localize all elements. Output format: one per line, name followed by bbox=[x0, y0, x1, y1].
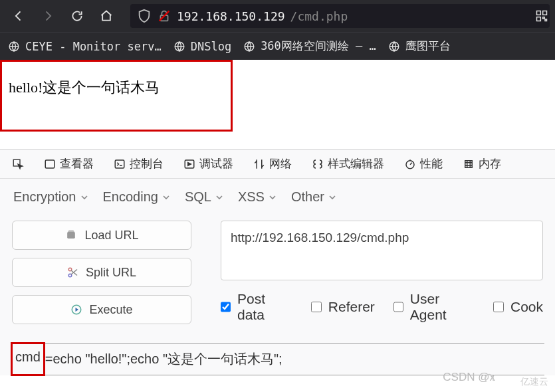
checkbox[interactable] bbox=[393, 302, 403, 312]
play-icon bbox=[70, 304, 82, 316]
tab-console[interactable]: 控制台 bbox=[106, 149, 171, 178]
svg-line-1 bbox=[160, 11, 169, 21]
hackbar-toolbar: Encryption Encoding SQL XSS Other bbox=[0, 179, 555, 215]
brand-watermark: 亿速云 bbox=[478, 369, 548, 388]
tab-memory[interactable]: 内存 bbox=[455, 149, 509, 178]
brand-label: 亿速云 bbox=[520, 376, 548, 387]
tab-performance[interactable]: 性能 bbox=[396, 149, 451, 178]
menu-label: Encoding bbox=[103, 189, 158, 205]
insecure-lock-icon bbox=[157, 9, 171, 23]
check-label: Cook bbox=[510, 299, 543, 315]
tab-label: 性能 bbox=[420, 156, 443, 171]
button-label: Execute bbox=[89, 303, 132, 317]
home-button[interactable] bbox=[93, 3, 120, 29]
forward-button[interactable] bbox=[35, 3, 61, 29]
browser-top-nav: 192.168.150.129/cmd.php bbox=[0, 0, 555, 32]
svg-rect-10 bbox=[45, 160, 55, 168]
menu-encryption[interactable]: Encryption bbox=[13, 189, 88, 205]
chevron-down-icon bbox=[80, 193, 88, 201]
svg-rect-15 bbox=[68, 232, 76, 239]
menu-label: Other bbox=[291, 189, 324, 205]
devtools-tab-bar: 查看器 控制台 调试器 网络 样式编辑器 性能 内存 bbox=[0, 149, 555, 179]
tab-network[interactable]: 网络 bbox=[245, 149, 300, 178]
tab-label: 控制台 bbox=[130, 156, 164, 171]
bookmarks-bar: CEYE - Monitor serv… DNSlog 360网络空间测绘 — … bbox=[0, 32, 555, 60]
url-input[interactable] bbox=[221, 221, 543, 280]
menu-xss[interactable]: XSS bbox=[238, 189, 277, 205]
checkbox[interactable] bbox=[221, 302, 231, 312]
menu-sql[interactable]: SQL bbox=[185, 189, 223, 205]
qr-icon[interactable] bbox=[535, 9, 548, 25]
bookmark-label: 鹰图平台 bbox=[405, 39, 451, 54]
chevron-down-icon bbox=[328, 193, 336, 201]
tab-label: 调试器 bbox=[199, 156, 233, 171]
back-button[interactable] bbox=[5, 3, 32, 29]
bookmark-label: DNSlog bbox=[191, 40, 231, 53]
chevron-down-icon bbox=[215, 193, 223, 201]
split-url-button[interactable]: Split URL bbox=[12, 258, 191, 287]
svg-rect-4 bbox=[537, 17, 541, 21]
checkbox[interactable] bbox=[311, 302, 322, 312]
shield-icon bbox=[137, 9, 152, 23]
execute-button[interactable]: Execute bbox=[12, 295, 191, 324]
check-label: Referer bbox=[328, 299, 375, 315]
svg-rect-3 bbox=[543, 11, 547, 15]
check-post-data[interactable]: Post data bbox=[221, 291, 292, 323]
check-user-agent[interactable]: User Agent bbox=[393, 291, 475, 323]
address-path: /cmd.php bbox=[290, 9, 348, 23]
bookmark-item[interactable]: 360网络空间测绘 — … bbox=[243, 39, 376, 54]
page-output: hello!这是个一句话木马 bbox=[0, 60, 233, 132]
bookmark-label: CEYE - Monitor serv… bbox=[25, 40, 162, 53]
scissors-icon bbox=[67, 266, 79, 279]
cmd-value: =echo "hello!";echo "这是个一句话木马"; bbox=[45, 350, 282, 368]
reload-button[interactable] bbox=[64, 3, 90, 29]
bookmark-item[interactable]: CEYE - Monitor serv… bbox=[8, 40, 162, 53]
chevron-down-icon bbox=[269, 193, 277, 201]
tab-inspector[interactable]: 查看器 bbox=[36, 149, 102, 178]
tab-debugger[interactable]: 调试器 bbox=[175, 149, 241, 178]
address-host: 192.168.150.129 bbox=[177, 9, 285, 23]
menu-label: Encryption bbox=[13, 189, 76, 205]
tab-label: 查看器 bbox=[60, 156, 94, 171]
tab-label: 内存 bbox=[479, 156, 501, 171]
bookmark-item[interactable]: 鹰图平台 bbox=[388, 39, 451, 54]
load-url-button[interactable]: Load URL bbox=[12, 221, 191, 250]
menu-label: XSS bbox=[238, 189, 265, 205]
load-icon bbox=[64, 229, 78, 242]
hackbar-body: Load URL Split URL Execute Post data bbox=[0, 215, 555, 330]
svg-rect-11 bbox=[115, 160, 124, 168]
tab-label: 样式编辑器 bbox=[328, 156, 384, 171]
action-button-column: Load URL Split URL Execute bbox=[12, 221, 191, 324]
output-text: hello!这是个一句话木马 bbox=[9, 79, 160, 96]
menu-label: SQL bbox=[185, 189, 211, 205]
svg-rect-14 bbox=[465, 160, 473, 167]
tab-select-element[interactable] bbox=[4, 149, 32, 178]
cmd-param-highlight: cmd bbox=[11, 342, 45, 376]
svg-rect-2 bbox=[537, 11, 541, 15]
menu-other[interactable]: Other bbox=[291, 189, 336, 205]
bookmark-label: 360网络空间测绘 — … bbox=[261, 39, 376, 54]
button-label: Split URL bbox=[86, 266, 136, 280]
checkbox[interactable] bbox=[493, 302, 504, 312]
tab-style-editor[interactable]: 样式编辑器 bbox=[304, 149, 392, 178]
address-bar[interactable]: 192.168.150.129/cmd.php bbox=[130, 4, 550, 28]
check-label: Post data bbox=[237, 291, 292, 323]
check-referer[interactable]: Referer bbox=[311, 299, 375, 315]
check-label: User Agent bbox=[410, 291, 475, 323]
bookmark-item[interactable]: DNSlog bbox=[173, 40, 231, 53]
button-label: Load URL bbox=[84, 229, 138, 243]
devtools-panel: 查看器 控制台 调试器 网络 样式编辑器 性能 内存 Encryption bbox=[0, 149, 555, 375]
check-cookies[interactable]: Cook bbox=[493, 299, 543, 315]
options-row: Post data Referer User Agent Cook bbox=[221, 280, 543, 323]
menu-encoding[interactable]: Encoding bbox=[103, 189, 170, 205]
chevron-down-icon bbox=[162, 193, 170, 201]
tab-label: 网络 bbox=[269, 156, 292, 171]
